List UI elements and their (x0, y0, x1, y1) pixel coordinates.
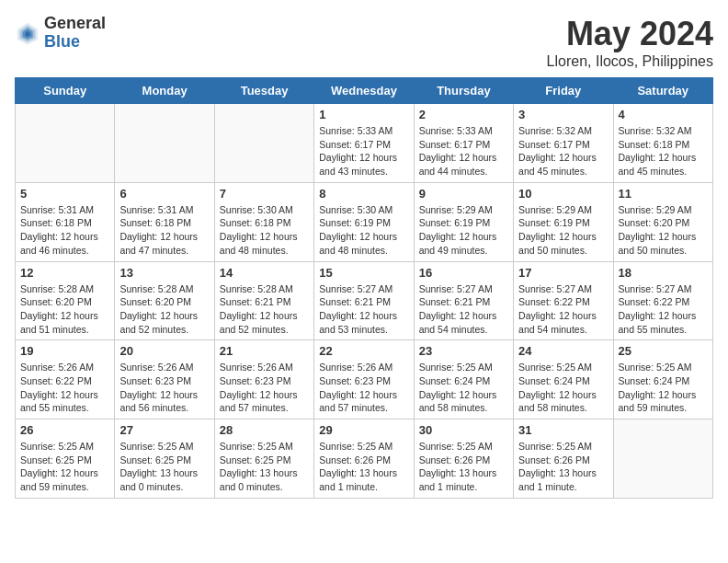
day-number: 25 (619, 344, 708, 358)
day-number: 16 (419, 266, 508, 280)
cell-info: Sunrise: 5:27 AMSunset: 6:21 PMDaylight:… (319, 282, 408, 337)
logo-icon (15, 20, 40, 46)
cal-cell: 22Sunrise: 5:26 AMSunset: 6:23 PMDayligh… (314, 340, 414, 419)
logo-blue-label: Blue (44, 33, 106, 52)
cell-info: Sunrise: 5:25 AMSunset: 6:25 PMDaylight:… (119, 440, 209, 494)
cell-info: Sunrise: 5:28 AMSunset: 6:21 PMDaylight:… (220, 282, 309, 337)
day-number: 5 (20, 187, 109, 201)
logo-text: General Blue (44, 15, 106, 52)
day-number: 31 (518, 423, 608, 437)
week-row-4: 19Sunrise: 5:26 AMSunset: 6:22 PMDayligh… (16, 340, 713, 419)
cal-cell: 7Sunrise: 5:30 AMSunset: 6:18 PMDaylight… (214, 182, 313, 261)
day-number: 20 (119, 344, 209, 358)
cell-info: Sunrise: 5:31 AMSunset: 6:18 PMDaylight:… (119, 203, 209, 258)
day-number: 30 (419, 423, 508, 437)
cal-cell (613, 419, 712, 499)
cell-info: Sunrise: 5:28 AMSunset: 6:20 PMDaylight:… (20, 282, 109, 337)
cal-cell: 11Sunrise: 5:29 AMSunset: 6:20 PMDayligh… (613, 182, 712, 261)
cell-info: Sunrise: 5:26 AMSunset: 6:23 PMDaylight:… (119, 361, 209, 415)
day-number: 1 (319, 108, 408, 121)
cal-cell: 4Sunrise: 5:32 AMSunset: 6:18 PMDaylight… (613, 104, 712, 183)
day-number: 12 (20, 266, 109, 280)
cal-cell: 16Sunrise: 5:27 AMSunset: 6:21 PMDayligh… (414, 261, 513, 340)
day-header-friday: Friday (514, 78, 613, 104)
cal-cell: 27Sunrise: 5:25 AMSunset: 6:25 PMDayligh… (115, 419, 214, 499)
day-number: 10 (518, 187, 608, 201)
week-row-5: 26Sunrise: 5:25 AMSunset: 6:25 PMDayligh… (16, 419, 713, 499)
calendar-header: SundayMondayTuesdayWednesdayThursdayFrid… (16, 78, 713, 104)
cell-info: Sunrise: 5:26 AMSunset: 6:23 PMDaylight:… (220, 361, 309, 415)
header-row: SundayMondayTuesdayWednesdayThursdayFrid… (16, 78, 713, 104)
cell-info: Sunrise: 5:30 AMSunset: 6:18 PMDaylight:… (220, 203, 309, 258)
cell-info: Sunrise: 5:25 AMSunset: 6:26 PMDaylight:… (319, 440, 408, 494)
day-number: 29 (319, 423, 408, 437)
cal-cell: 9Sunrise: 5:29 AMSunset: 6:19 PMDaylight… (414, 182, 513, 261)
cal-cell (214, 104, 313, 183)
cal-cell: 13Sunrise: 5:28 AMSunset: 6:20 PMDayligh… (115, 261, 214, 340)
cal-cell: 20Sunrise: 5:26 AMSunset: 6:23 PMDayligh… (115, 340, 214, 419)
cal-cell (16, 104, 115, 183)
day-number: 9 (419, 187, 508, 201)
day-number: 14 (220, 266, 309, 280)
cal-cell: 19Sunrise: 5:26 AMSunset: 6:22 PMDayligh… (16, 340, 115, 419)
calendar-table: SundayMondayTuesdayWednesdayThursdayFrid… (15, 77, 713, 499)
cell-info: Sunrise: 5:25 AMSunset: 6:24 PMDaylight:… (419, 361, 508, 415)
week-row-1: 1Sunrise: 5:33 AMSunset: 6:17 PMDaylight… (16, 104, 713, 183)
cal-cell: 26Sunrise: 5:25 AMSunset: 6:25 PMDayligh… (16, 419, 115, 499)
cell-info: Sunrise: 5:26 AMSunset: 6:22 PMDaylight:… (20, 361, 109, 415)
subtitle: Lloren, Ilocos, Philippines (547, 53, 713, 70)
cal-cell: 2Sunrise: 5:33 AMSunset: 6:17 PMDaylight… (414, 104, 513, 183)
day-number: 18 (619, 266, 708, 280)
cal-cell: 30Sunrise: 5:25 AMSunset: 6:26 PMDayligh… (414, 419, 513, 499)
cell-info: Sunrise: 5:29 AMSunset: 6:20 PMDaylight:… (619, 203, 708, 258)
day-number: 4 (619, 108, 708, 121)
day-number: 26 (20, 423, 109, 437)
cal-cell: 18Sunrise: 5:27 AMSunset: 6:22 PMDayligh… (613, 261, 712, 340)
day-number: 17 (518, 266, 608, 280)
cal-cell: 31Sunrise: 5:25 AMSunset: 6:26 PMDayligh… (514, 419, 613, 499)
cal-cell (115, 104, 214, 183)
cell-info: Sunrise: 5:32 AMSunset: 6:18 PMDaylight:… (619, 124, 708, 178)
day-number: 2 (419, 108, 508, 121)
cal-cell: 24Sunrise: 5:25 AMSunset: 6:24 PMDayligh… (514, 340, 613, 419)
day-number: 22 (319, 344, 408, 358)
cell-info: Sunrise: 5:27 AMSunset: 6:21 PMDaylight:… (419, 282, 508, 337)
cell-info: Sunrise: 5:26 AMSunset: 6:23 PMDaylight:… (319, 361, 408, 415)
cal-cell: 3Sunrise: 5:32 AMSunset: 6:17 PMDaylight… (514, 104, 613, 183)
cal-cell: 21Sunrise: 5:26 AMSunset: 6:23 PMDayligh… (214, 340, 313, 419)
main-title: May 2024 (547, 15, 713, 53)
day-number: 23 (419, 344, 508, 358)
cell-info: Sunrise: 5:33 AMSunset: 6:17 PMDaylight:… (319, 124, 408, 178)
cell-info: Sunrise: 5:32 AMSunset: 6:17 PMDaylight:… (518, 124, 608, 178)
day-number: 21 (220, 344, 309, 358)
title-block: May 2024 Lloren, Ilocos, Philippines (547, 15, 713, 70)
cal-cell: 15Sunrise: 5:27 AMSunset: 6:21 PMDayligh… (314, 261, 414, 340)
cell-info: Sunrise: 5:25 AMSunset: 6:24 PMDaylight:… (619, 361, 708, 415)
logo-general-label: General (44, 15, 106, 33)
cal-cell: 8Sunrise: 5:30 AMSunset: 6:19 PMDaylight… (314, 182, 414, 261)
day-header-wednesday: Wednesday (314, 78, 414, 104)
cal-cell: 14Sunrise: 5:28 AMSunset: 6:21 PMDayligh… (214, 261, 313, 340)
week-row-3: 12Sunrise: 5:28 AMSunset: 6:20 PMDayligh… (16, 261, 713, 340)
day-header-thursday: Thursday (414, 78, 513, 104)
cell-info: Sunrise: 5:29 AMSunset: 6:19 PMDaylight:… (419, 203, 508, 258)
cal-cell: 10Sunrise: 5:29 AMSunset: 6:19 PMDayligh… (514, 182, 613, 261)
cal-cell: 29Sunrise: 5:25 AMSunset: 6:26 PMDayligh… (314, 419, 414, 499)
day-header-sunday: Sunday (16, 78, 115, 104)
day-number: 3 (518, 108, 608, 121)
day-header-monday: Monday (115, 78, 214, 104)
cal-cell: 12Sunrise: 5:28 AMSunset: 6:20 PMDayligh… (16, 261, 115, 340)
cell-info: Sunrise: 5:25 AMSunset: 6:25 PMDaylight:… (20, 440, 109, 494)
day-number: 27 (119, 423, 209, 437)
cal-cell: 17Sunrise: 5:27 AMSunset: 6:22 PMDayligh… (514, 261, 613, 340)
cell-info: Sunrise: 5:25 AMSunset: 6:26 PMDaylight:… (419, 440, 508, 494)
cell-info: Sunrise: 5:29 AMSunset: 6:19 PMDaylight:… (518, 203, 608, 258)
day-number: 15 (319, 266, 408, 280)
cell-info: Sunrise: 5:25 AMSunset: 6:24 PMDaylight:… (518, 361, 608, 415)
day-header-saturday: Saturday (613, 78, 712, 104)
logo: General Blue (15, 15, 106, 52)
day-header-tuesday: Tuesday (214, 78, 313, 104)
cell-info: Sunrise: 5:28 AMSunset: 6:20 PMDaylight:… (119, 282, 209, 337)
day-number: 7 (220, 187, 309, 201)
cal-cell: 5Sunrise: 5:31 AMSunset: 6:18 PMDaylight… (16, 182, 115, 261)
